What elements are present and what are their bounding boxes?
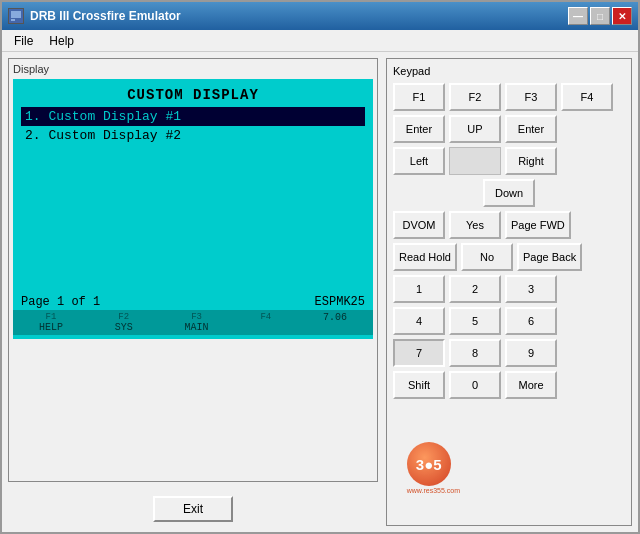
main-window: DRB III Crossfire Emulator — □ ✕ File He… — [0, 0, 640, 534]
maximize-button[interactable]: □ — [590, 7, 610, 25]
window-title: DRB III Crossfire Emulator — [30, 9, 568, 23]
key-f1[interactable]: F1 — [393, 83, 445, 111]
key-f3[interactable]: F3 — [505, 83, 557, 111]
close-button[interactable]: ✕ — [612, 7, 632, 25]
menu-help[interactable]: Help — [41, 32, 82, 50]
display-group: Display CUSTOM DISPLAY 1. Custom Display… — [8, 58, 378, 482]
lcd-item-1[interactable]: 1. Custom Display #1 — [21, 107, 365, 126]
menu-bar: File Help — [2, 30, 638, 52]
key-8[interactable]: 8 — [449, 339, 501, 367]
title-bar: DRB III Crossfire Emulator — □ ✕ — [2, 2, 638, 30]
display-group-label: Display — [13, 63, 373, 75]
watermark-badge: 3●5 — [407, 442, 451, 486]
key-4[interactable]: 4 — [393, 307, 445, 335]
svg-rect-1 — [11, 11, 21, 18]
menu-file[interactable]: File — [6, 32, 41, 50]
key-5[interactable]: 5 — [449, 307, 501, 335]
key-row-456: 4 5 6 — [393, 307, 625, 335]
lcd-version: 7.06 — [323, 312, 347, 333]
key-7[interactable]: 7 — [393, 339, 445, 367]
display-panel: Display CUSTOM DISPLAY 1. Custom Display… — [8, 58, 378, 526]
exit-area: Exit — [8, 488, 378, 526]
key-enter-left[interactable]: Enter — [393, 115, 445, 143]
key-yes[interactable]: Yes — [449, 211, 501, 239]
exit-button[interactable]: Exit — [153, 496, 233, 522]
key-row-readhold: Read Hold No Page Back — [393, 243, 625, 271]
key-f4[interactable]: F4 — [561, 83, 613, 111]
lcd-bottom-row: Page 1 of 1 ESPMK25 — [21, 295, 365, 309]
lcd-code: ESPMK25 — [315, 295, 365, 309]
key-9[interactable]: 9 — [505, 339, 557, 367]
keypad-grid: F1 F2 F3 F4 Enter UP Enter Left Right — [393, 83, 625, 399]
key-more[interactable]: More — [505, 371, 557, 399]
key-row-lr: Left Right — [393, 147, 625, 175]
key-3[interactable]: 3 — [505, 275, 557, 303]
lcd-screen: CUSTOM DISPLAY 1. Custom Display #1 2. C… — [13, 79, 373, 339]
lcd-fn-f4: F4 — [260, 312, 271, 333]
lcd-item-2[interactable]: 2. Custom Display #2 — [21, 126, 365, 145]
key-page-back[interactable]: Page Back — [517, 243, 582, 271]
app-icon — [8, 8, 24, 24]
key-row-enter-up: Enter UP Enter — [393, 115, 625, 143]
key-row-123: 1 2 3 — [393, 275, 625, 303]
key-row-f: F1 F2 F3 F4 — [393, 83, 625, 111]
key-left[interactable]: Left — [393, 147, 445, 175]
key-dvom[interactable]: DVOM — [393, 211, 445, 239]
lcd-function-row: F1 HELP F2 SYS F3 MAIN F4 — [13, 310, 373, 335]
svg-rect-2 — [11, 19, 15, 21]
watermark-text: www.res355.com — [407, 487, 460, 494]
lcd-fn-f3: F3 MAIN — [185, 312, 209, 333]
key-6[interactable]: 6 — [505, 307, 557, 335]
key-1[interactable]: 1 — [393, 275, 445, 303]
key-center-spacer — [449, 147, 501, 175]
key-2[interactable]: 2 — [449, 275, 501, 303]
keypad-label: Keypad — [393, 65, 625, 77]
key-page-fwd[interactable]: Page FWD — [505, 211, 571, 239]
key-shift[interactable]: Shift — [393, 371, 445, 399]
key-row-down: Down — [393, 179, 625, 207]
key-enter-right[interactable]: Enter — [505, 115, 557, 143]
key-f2[interactable]: F2 — [449, 83, 501, 111]
key-row-shift: Shift 0 More — [393, 371, 625, 399]
key-read-hold[interactable]: Read Hold — [393, 243, 457, 271]
lcd-fn-f2: F2 SYS — [115, 312, 133, 333]
lcd-page-info: Page 1 of 1 — [21, 295, 100, 309]
key-row-789: 7 8 9 — [393, 339, 625, 367]
key-0[interactable]: 0 — [449, 371, 501, 399]
key-down[interactable]: Down — [483, 179, 535, 207]
key-up[interactable]: UP — [449, 115, 501, 143]
key-right[interactable]: Right — [505, 147, 557, 175]
main-content: Display CUSTOM DISPLAY 1. Custom Display… — [2, 52, 638, 532]
minimize-button[interactable]: — — [568, 7, 588, 25]
lcd-title: CUSTOM DISPLAY — [21, 87, 365, 103]
window-controls: — □ ✕ — [568, 7, 632, 25]
key-row-dvom: DVOM Yes Page FWD — [393, 211, 625, 239]
lcd-fn-f1: F1 HELP — [39, 312, 63, 333]
key-no[interactable]: No — [461, 243, 513, 271]
